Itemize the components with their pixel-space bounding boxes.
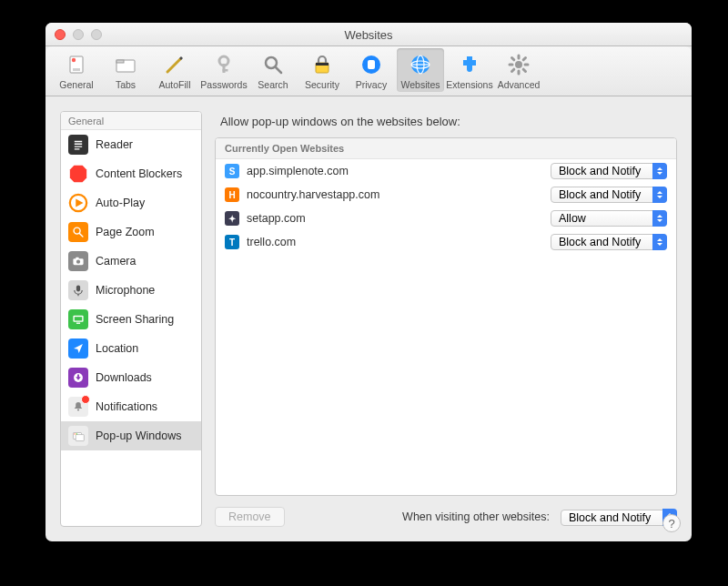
- page-zoom-icon: [68, 222, 88, 242]
- sidebar-item-page-zoom[interactable]: Page Zoom: [61, 217, 201, 247]
- policy-select-wrap[interactable]: Block and Notify: [551, 187, 667, 203]
- sidebar-item-camera[interactable]: Camera: [61, 247, 201, 276]
- toolbar-tab-websites[interactable]: Websites: [397, 48, 444, 92]
- website-list-frame: Currently Open Websites S app.simplenote…: [215, 137, 677, 496]
- svg-line-24: [523, 69, 525, 71]
- policy-select-wrap[interactable]: Allow: [551, 210, 667, 227]
- svg-rect-50: [76, 435, 84, 441]
- toolbar-tab-label: General: [59, 79, 93, 90]
- sidebar-item-label: Screen Sharing: [96, 313, 174, 326]
- favicon: H: [225, 187, 239, 202]
- window-title: Websites: [46, 28, 692, 42]
- policy-select[interactable]: Allow: [551, 210, 667, 227]
- toolbar-tab-label: Websites: [401, 79, 440, 90]
- svg-rect-38: [76, 258, 79, 259]
- svg-line-23: [512, 58, 514, 60]
- autofill-icon: [162, 52, 187, 77]
- camera-icon: [68, 251, 88, 271]
- search-icon: [260, 52, 286, 77]
- sidebar-item-label: Downloads: [96, 371, 152, 384]
- footer-row: Remove When visiting other websites: Blo…: [215, 507, 677, 527]
- toolbar-tab-passwords[interactable]: Passwords: [200, 48, 248, 92]
- default-policy-select-wrap[interactable]: Block and Notify: [561, 509, 677, 526]
- sidebar-item-location[interactable]: Location: [61, 334, 201, 363]
- policy-select[interactable]: Block and Notify: [551, 163, 667, 179]
- sidebar-item-label: Camera: [96, 255, 136, 268]
- sidebar-item-microphone[interactable]: Microphone: [61, 276, 201, 305]
- toolbar-tab-label: Advanced: [498, 79, 541, 90]
- svg-rect-1: [73, 68, 80, 71]
- website-domain: nocountry.harvestapp.com: [247, 188, 551, 201]
- sidebar-item-screen-sharing[interactable]: Screen Sharing: [61, 305, 201, 334]
- svg-marker-44: [74, 344, 83, 353]
- toolbar-tab-security[interactable]: Security: [298, 48, 346, 92]
- svg-point-18: [515, 61, 522, 68]
- toolbar-tab-label: Tabs: [116, 79, 136, 90]
- website-domain: trello.com: [247, 236, 551, 248]
- tabs-icon: [113, 52, 138, 77]
- preferences-window: Websites GeneralTabsAutoFillPasswordsSea…: [46, 23, 692, 541]
- screen-sharing-icon: [68, 309, 88, 329]
- svg-rect-7: [223, 69, 228, 72]
- toolbar-tab-tabs[interactable]: Tabs: [102, 48, 149, 92]
- svg-rect-11: [316, 63, 329, 66]
- sidebar-item-notifications[interactable]: Notifications: [61, 392, 201, 421]
- sidebar-item-reader[interactable]: Reader: [61, 130, 201, 159]
- remove-button[interactable]: Remove: [215, 507, 285, 527]
- policy-select-wrap[interactable]: Block and Notify: [551, 234, 667, 250]
- favicon: T: [225, 235, 239, 249]
- toolbar-tab-search[interactable]: Search: [249, 48, 297, 92]
- svg-rect-42: [75, 317, 82, 320]
- sidebar-item-content-blockers[interactable]: Content Blockers: [61, 159, 201, 188]
- toolbar: Websites: [46, 23, 692, 46]
- svg-point-48: [77, 409, 79, 410]
- main-heading: Allow pop-up windows on the websites bel…: [220, 115, 675, 128]
- sidebar-item-label: Pop-up Windows: [96, 429, 182, 442]
- sidebar-item-pop-up-windows[interactable]: Pop-up Windows: [61, 421, 201, 450]
- favicon: ✦: [225, 211, 239, 226]
- svg-line-35: [79, 233, 83, 237]
- toolbar-tab-privacy[interactable]: Privacy: [348, 48, 395, 92]
- toolbar-tab-advanced[interactable]: Advanced: [495, 48, 542, 92]
- advanced-icon: [506, 52, 531, 77]
- default-policy-select[interactable]: Block and Notify: [561, 510, 677, 526]
- pop-up-windows-icon: [68, 426, 88, 446]
- website-row[interactable]: ✦ setapp.com Allow: [216, 207, 676, 230]
- sidebar-item-downloads[interactable]: Downloads: [61, 363, 201, 392]
- website-row[interactable]: S app.simplenote.com Block and Notify: [216, 159, 676, 183]
- extensions-icon: [457, 52, 482, 77]
- favicon: S: [225, 164, 239, 178]
- toolbar-tab-label: AutoFill: [158, 79, 190, 90]
- help-button[interactable]: ?: [662, 514, 681, 532]
- policy-select[interactable]: Block and Notify: [551, 187, 667, 203]
- website-row[interactable]: T trello.com Block and Notify: [216, 230, 676, 254]
- svg-rect-4: [116, 60, 124, 63]
- sidebar-item-auto-play[interactable]: Auto-Play: [61, 188, 201, 217]
- websites-icon: [408, 52, 433, 77]
- toolbar-tab-label: Search: [258, 79, 288, 90]
- svg-point-37: [76, 260, 80, 264]
- sidebar-item-label: Notifications: [96, 400, 157, 413]
- website-domain: app.simplenote.com: [247, 165, 551, 177]
- chevron-updown-icon: [652, 163, 667, 179]
- policy-select[interactable]: Block and Notify: [551, 234, 667, 250]
- policy-select-wrap[interactable]: Block and Notify: [551, 163, 667, 179]
- website-domain: setapp.com: [247, 212, 551, 225]
- toolbar-tabs: GeneralTabsAutoFillPasswordsSearchSecuri…: [46, 46, 692, 96]
- notifications-icon: [68, 397, 88, 417]
- svg-point-53: [76, 433, 77, 434]
- toolbar-tab-general[interactable]: General: [53, 48, 100, 92]
- website-list-header: Currently Open Websites: [216, 138, 676, 159]
- general-icon: [64, 52, 89, 77]
- svg-line-26: [523, 58, 525, 60]
- sidebar-item-label: Microphone: [96, 284, 155, 297]
- sidebar-item-label: Content Blockers: [96, 167, 182, 180]
- toolbar-tab-autofill[interactable]: AutoFill: [151, 48, 198, 92]
- sidebar-item-label: Auto-Play: [96, 197, 145, 209]
- website-row[interactable]: H nocountry.harvestapp.com Block and Not…: [216, 183, 676, 207]
- toolbar-tab-extensions[interactable]: Extensions: [446, 48, 493, 92]
- toolbar-tab-label: Passwords: [200, 79, 247, 90]
- sidebar: General ReaderContent BlockersAuto-PlayP…: [60, 111, 202, 527]
- svg-line-9: [276, 67, 281, 73]
- content-area: General ReaderContent BlockersAuto-PlayP…: [46, 96, 692, 541]
